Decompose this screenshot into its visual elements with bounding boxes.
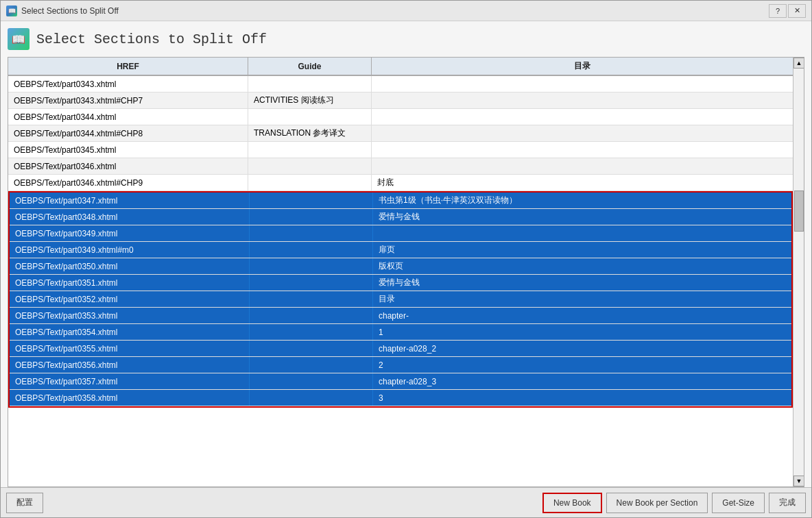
table-row[interactable]: OEBPS/Text/part0355.xhtml chapter-a028_2 — [10, 341, 791, 357]
help-button[interactable]: ? — [769, 4, 787, 18]
finish-button[interactable]: 完成 — [769, 493, 806, 513]
cell-toc: 爱情与金钱 — [373, 275, 791, 291]
cell-href: OEBPS/Text/part0351.xhtml — [10, 275, 250, 291]
table-row[interactable]: OEBPS/Text/part0348.xhtml 爱情与金钱 — [10, 209, 791, 225]
cell-toc: chapter- Click and copy hotkey to copy t… — [373, 308, 791, 323]
cell-href: OEBPS/Text/part0344.xhtml#CHP8 — [8, 125, 248, 141]
cell-toc — [373, 225, 791, 241]
title-bar-icon: 📖 — [6, 5, 17, 16]
table-row[interactable]: OEBPS/Text/part0356.xhtml 2 — [10, 357, 791, 373]
cell-toc: 2 — [373, 357, 791, 373]
window-header-icon: 📖 — [8, 28, 29, 50]
table-row[interactable]: OEBPS/Text/part0346.xhtml#CHP9 封底 — [8, 175, 793, 191]
cell-toc — [372, 142, 793, 158]
scroll-thumb[interactable] — [794, 190, 804, 232]
table-row[interactable]: OEBPS/Text/part0354.xhtml 1 — [10, 324, 791, 341]
cell-guide — [250, 193, 373, 208]
table-row[interactable]: OEBPS/Text/part0346.xhtml — [8, 158, 793, 175]
scroll-track[interactable] — [793, 69, 804, 476]
table-row[interactable]: OEBPS/Text/part0352.xhtml 目录 — [10, 291, 791, 308]
col-guide: Guide — [248, 58, 372, 75]
table-row[interactable]: OEBPS/Text/part0347.xhtml 书虫第1级（书虫·牛津英汉双… — [10, 193, 791, 209]
cell-href: OEBPS/Text/part0349.xhtml — [10, 225, 250, 241]
cell-toc: 目录 — [373, 291, 791, 307]
cell-href: OEBPS/Text/part0343.xhtml#CHP7 — [8, 92, 248, 108]
cell-href: OEBPS/Text/part0352.xhtml — [10, 291, 250, 307]
cell-guide — [250, 373, 373, 389]
cell-guide — [248, 142, 372, 158]
table-row[interactable]: OEBPS/Text/part0344.xhtml#CHP8 TRANSLATI… — [8, 125, 793, 142]
cell-href: OEBPS/Text/part0348.xhtml — [10, 209, 250, 225]
table-row[interactable]: OEBPS/Text/part0343.xhtml#CHP7 ACTIVITIE… — [8, 92, 793, 109]
scroll-down-button[interactable]: ▼ — [793, 476, 804, 486]
table-row[interactable]: OEBPS/Text/part0357.xhtml chapter-a028_3 — [10, 373, 791, 390]
cell-toc: chapter-a028_2 — [373, 341, 791, 356]
col-href: HREF — [8, 58, 248, 75]
cell-guide — [248, 175, 372, 190]
vertical-scrollbar[interactable]: ▲ ▼ — [793, 58, 804, 486]
table-row[interactable]: OEBPS/Text/part0349.xhtml#m0 扉页 — [10, 242, 791, 258]
cell-toc — [372, 92, 793, 108]
table-row[interactable]: OEBPS/Text/part0358.xhtml 3 — [10, 390, 791, 406]
cell-href: OEBPS/Text/part0355.xhtml — [10, 341, 250, 356]
table-row[interactable]: OEBPS/Text/part0350.xhtml 版权页 — [10, 258, 791, 275]
new-book-per-section-button[interactable]: New Book per Section — [606, 493, 708, 513]
cell-href: OEBPS/Text/part0344.xhtml — [8, 109, 248, 125]
table-row[interactable]: OEBPS/Text/part0351.xhtml 爱情与金钱 — [10, 275, 791, 291]
config-button[interactable]: 配置 — [6, 493, 43, 513]
cell-guide: TRANSLATION 参考译文 — [248, 125, 372, 141]
cell-guide — [250, 291, 373, 307]
cell-guide — [250, 225, 373, 241]
main-window: 📖 Select Sections to Split Off ? ✕ 📖 Sel… — [0, 0, 812, 518]
table-header: HREF Guide 目录 — [8, 58, 793, 76]
table-outer: HREF Guide 目录 OEBPS/Text/part0343.xhtml … — [8, 57, 804, 487]
cell-toc: 扉页 — [373, 242, 791, 258]
table-body[interactable]: OEBPS/Text/part0343.xhtml OEBPS/Text/par… — [8, 76, 793, 486]
cell-toc — [372, 158, 793, 174]
cell-href: OEBPS/Text/part0353.xhtml — [10, 308, 250, 323]
cell-guide — [248, 109, 372, 125]
cell-href: OEBPS/Text/part0356.xhtml — [10, 357, 250, 373]
window-title: Select Sections to Split Off — [36, 32, 267, 47]
table-row[interactable]: OEBPS/Text/part0343.xhtml — [8, 76, 793, 92]
table-row[interactable]: OEBPS/Text/part0344.xhtml — [8, 109, 793, 125]
cell-toc: 爱情与金钱 — [373, 209, 791, 225]
cell-guide — [248, 158, 372, 174]
cell-toc: 3 — [373, 390, 791, 406]
cell-guide — [250, 242, 373, 258]
table-main: HREF Guide 目录 OEBPS/Text/part0343.xhtml … — [8, 58, 793, 486]
table-row[interactable]: OEBPS/Text/part0345.xhtml — [8, 142, 793, 158]
cell-href: OEBPS/Text/part0350.xhtml — [10, 258, 250, 274]
cell-href: OEBPS/Text/part0354.xhtml — [10, 324, 250, 340]
new-book-button[interactable]: New Book — [542, 493, 602, 513]
cell-href: OEBPS/Text/part0345.xhtml — [8, 142, 248, 158]
title-bar: 📖 Select Sections to Split Off ? ✕ — [1, 1, 811, 21]
window-header: 📖 Select Sections to Split Off — [8, 28, 804, 50]
cell-guide — [250, 275, 373, 291]
get-size-button[interactable]: Get-Size — [712, 493, 765, 513]
cell-href: OEBPS/Text/part0346.xhtml#CHP9 — [8, 175, 248, 190]
close-button[interactable]: ✕ — [788, 4, 806, 18]
cell-href: OEBPS/Text/part0346.xhtml — [8, 158, 248, 174]
cell-toc: chapter-a028_3 — [373, 373, 791, 389]
footer: 配置 New Book New Book per Section Get-Siz… — [1, 487, 811, 517]
cell-href: OEBPS/Text/part0347.xhtml — [10, 193, 250, 208]
cell-guide — [250, 258, 373, 274]
cell-toc: 封底 — [372, 175, 793, 190]
cell-toc: 版权页 — [373, 258, 791, 274]
table-row[interactable]: OEBPS/Text/part0353.xhtml chapter- Click… — [10, 308, 791, 324]
cell-toc — [372, 76, 793, 92]
title-bar-text: Select Sections to Split Off — [21, 6, 769, 16]
cell-href: OEBPS/Text/part0358.xhtml — [10, 390, 250, 406]
cell-href: OEBPS/Text/part0357.xhtml — [10, 373, 250, 389]
cell-guide — [248, 76, 372, 92]
cell-toc — [372, 109, 793, 125]
table-row[interactable]: OEBPS/Text/part0349.xhtml — [10, 225, 791, 242]
cell-guide — [250, 341, 373, 356]
cell-toc — [372, 125, 793, 141]
cell-guide: ACTIVITIES 阅读练习 — [248, 92, 372, 108]
cell-guide — [250, 324, 373, 340]
scroll-up-button[interactable]: ▲ — [793, 58, 804, 69]
cell-guide — [250, 357, 373, 373]
cell-guide — [250, 308, 373, 323]
